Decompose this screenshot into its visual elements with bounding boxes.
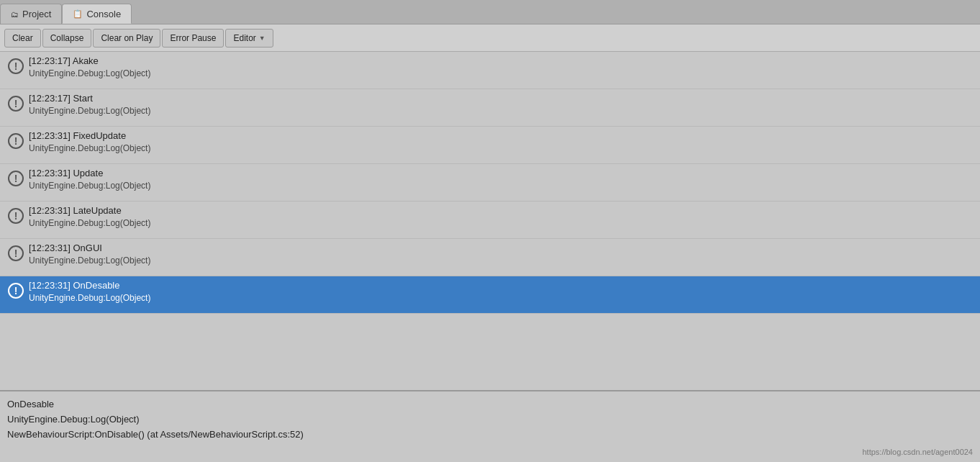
detail-line-3: NewBehaviourScript:OnDisable() (at Asset… [7,427,973,443]
log-text-6: [12:23:31] OnGUI [29,242,150,255]
console-log-area[interactable]: ! [12:23:17] Akake UnityEngine.Debug:Log… [0,52,980,390]
log-sub-5: UnityEngine.Debug:Log(Object) [29,217,150,230]
log-sub-2: UnityEngine.Debug:Log(Object) [29,105,150,117]
warning-circle-2: ! [8,96,24,112]
log-icon-1: ! [6,56,26,76]
tab-project-label: Project [22,9,51,19]
warning-circle-1: ! [8,58,24,74]
log-content-3: [12:23:31] FixedUpdate UnityEngine.Debug… [29,130,150,155]
detail-line-2: UnityEngine.Debug:Log(Object) [7,412,973,427]
log-icon-5: ! [6,206,26,226]
log-content-2: [12:23:17] Start UnityEngine.Debug:Log(O… [29,92,150,117]
log-sub-3: UnityEngine.Debug:Log(Object) [29,142,150,155]
log-sub-1: UnityEngine.Debug:Log(Object) [29,68,150,80]
log-entry-1[interactable]: ! [12:23:17] Akake UnityEngine.Debug:Log… [0,52,980,89]
log-content-1: [12:23:17] Akake UnityEngine.Debug:Log(O… [29,55,150,80]
unity-editor-window: 🗂 Project 📋 Console Clear Collapse Clear… [0,0,980,462]
warning-circle-7: ! [8,283,24,299]
clear-button[interactable]: Clear [4,29,41,47]
detail-panel: OnDesable UnityEngine.Debug:Log(Object) … [0,390,980,462]
log-entry-3[interactable]: ! [12:23:31] FixedUpdate UnityEngine.Deb… [0,127,980,164]
log-entry-4[interactable]: ! [12:23:31] Update UnityEngine.Debug:Lo… [0,164,980,201]
detail-line-1: OnDesable [7,397,973,412]
log-sub-6: UnityEngine.Debug:Log(Object) [29,255,150,267]
log-entry-5[interactable]: ! [12:23:31] LateUpdate UnityEngine.Debu… [0,201,980,239]
warning-circle-3: ! [8,133,24,149]
log-icon-7: ! [6,281,26,301]
log-entry-2[interactable]: ! [12:23:17] Start UnityEngine.Debug:Log… [0,89,980,127]
error-pause-button[interactable]: Error Pause [162,29,224,47]
warning-circle-4: ! [8,171,24,186]
collapse-button[interactable]: Collapse [42,29,92,47]
log-text-2: [12:23:17] Start [29,92,150,105]
clear-on-play-button[interactable]: Clear on Play [93,29,160,47]
log-text-1: [12:23:17] Akake [29,55,150,68]
tab-console[interactable]: 📋 Console [62,4,132,24]
log-icon-3: ! [6,131,26,151]
toolbar: Clear Collapse Clear on Play Error Pause… [0,24,980,52]
log-icon-6: ! [6,243,26,263]
tab-console-label: Console [86,9,121,19]
log-entry-7[interactable]: ! [12:23:31] OnDesable UnityEngine.Debug… [0,276,980,314]
tab-project[interactable]: 🗂 Project [0,4,62,24]
log-icon-4: ! [6,168,26,189]
editor-dropdown-arrow: ▼ [259,35,266,42]
log-sub-4: UnityEngine.Debug:Log(Object) [29,180,150,192]
tab-bar: 🗂 Project 📋 Console [0,0,980,24]
project-tab-icon: 🗂 [11,10,19,19]
log-text-7: [12:23:31] OnDesable [29,279,150,292]
warning-circle-6: ! [8,245,24,261]
log-text-5: [12:23:31] LateUpdate [29,204,150,217]
log-icon-2: ! [6,94,26,114]
console-tab-icon: 📋 [73,9,83,19]
editor-dropdown-button[interactable]: Editor ▼ [225,29,273,47]
log-sub-7: UnityEngine.Debug:Log(Object) [29,292,150,304]
editor-dropdown-label: Editor [233,33,255,43]
log-text-3: [12:23:31] FixedUpdate [29,130,150,142]
log-content-6: [12:23:31] OnGUI UnityEngine.Debug:Log(O… [29,242,150,267]
log-content-4: [12:23:31] Update UnityEngine.Debug:Log(… [29,167,150,192]
log-text-4: [12:23:31] Update [29,167,150,180]
log-content-7: [12:23:31] OnDesable UnityEngine.Debug:L… [29,279,150,304]
log-content-5: [12:23:31] LateUpdate UnityEngine.Debug:… [29,204,150,230]
warning-circle-5: ! [8,208,24,224]
log-entry-6[interactable]: ! [12:23:31] OnGUI UnityEngine.Debug:Log… [0,239,980,276]
